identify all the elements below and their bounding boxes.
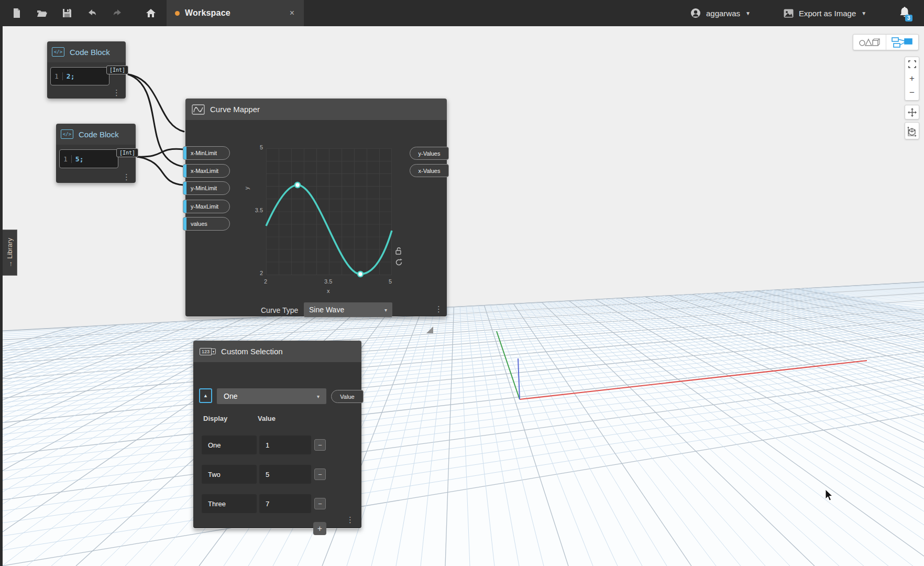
lock-icon[interactable]: [395, 247, 403, 257]
node-title: Custom Selection: [221, 347, 283, 356]
fit-view-icon: [908, 60, 916, 68]
undo-icon[interactable]: [87, 8, 97, 18]
column-header-value: Value: [258, 415, 276, 422]
collapse-rows-button[interactable]: ▲: [199, 388, 212, 403]
code-text: 5;: [72, 155, 84, 163]
remove-row-button[interactable]: −: [314, 439, 326, 451]
input-port-x-minlimit[interactable]: x-MinLimit: [183, 146, 230, 160]
code-block-1-header[interactable]: </> Code Block: [47, 41, 126, 62]
node-options-icon[interactable]: ⋮: [123, 173, 130, 180]
code-editor[interactable]: 1 5;: [59, 149, 118, 168]
wire-codeblock1-xminlimit[interactable]: [128, 74, 184, 132]
node-resize-handle[interactable]: [426, 326, 433, 333]
wire-codeblock2-ymaxlimit[interactable]: [137, 157, 184, 185]
node-title: Curve Mapper: [210, 105, 260, 114]
zoom-fit-button[interactable]: [905, 57, 919, 71]
zoom-controls: + −: [905, 57, 919, 101]
row-value-input[interactable]: [259, 465, 311, 484]
curve-graph[interactable]: [266, 148, 392, 275]
view-mode-toggle: [853, 34, 919, 50]
top-toolbar: Workspace × aggarwas ▼ Export as Image ▼…: [0, 0, 924, 26]
x-axis-label: x: [327, 288, 330, 294]
user-menu[interactable]: aggarwas ▼: [690, 0, 751, 26]
x-tick-2: 2: [264, 278, 267, 285]
geometry-view-button[interactable]: [853, 35, 886, 50]
pan-button[interactable]: [905, 105, 919, 119]
output-port-int[interactable]: [Int]: [106, 66, 128, 74]
plus-icon: +: [909, 73, 915, 84]
geometry-shapes-icon: [859, 37, 881, 48]
row-display-input[interactable]: [202, 494, 257, 513]
y-tick-5: 5: [252, 144, 263, 150]
remove-row-button[interactable]: −: [314, 469, 326, 480]
code-block-node-2[interactable]: </> Code Block 1 5; [Int] ⋮: [56, 124, 136, 183]
image-icon: [784, 9, 794, 18]
redo-icon[interactable]: [112, 8, 123, 18]
input-port-y-minlimit[interactable]: y-MinLimit: [183, 181, 230, 195]
orbit-cube-icon: [907, 125, 917, 137]
minus-icon: −: [318, 500, 322, 508]
unsaved-changes-dot: [175, 11, 180, 16]
tab-close-icon[interactable]: ×: [289, 8, 295, 18]
notification-badge: 3: [905, 15, 912, 21]
row-value-input[interactable]: [259, 436, 311, 454]
row-display-input[interactable]: [202, 436, 257, 454]
curve-mapper-node[interactable]: Curve Mapper x-MinLimit x-MaxLimit y-Min…: [185, 99, 447, 317]
row-value-input[interactable]: [259, 494, 311, 513]
row-display-input[interactable]: [202, 465, 257, 484]
input-port-values[interactable]: values: [183, 217, 230, 231]
home-icon[interactable]: [146, 8, 156, 18]
code-block-icon: </>: [61, 129, 73, 139]
plus-icon: +: [317, 524, 322, 534]
y-axis-label: y: [244, 187, 250, 190]
dropdown-caret-icon: ▾: [317, 394, 320, 399]
open-folder-icon[interactable]: [37, 8, 47, 18]
node-options-icon[interactable]: ⋮: [435, 306, 443, 312]
selection-dropdown[interactable]: One ▾: [217, 388, 326, 404]
minus-icon: −: [318, 441, 322, 449]
code-editor[interactable]: 1 2;: [50, 67, 109, 85]
graph-view-button[interactable]: [886, 35, 919, 50]
curve-type-dropdown[interactable]: Sine Wave ▾: [304, 302, 392, 317]
mouse-cursor: [825, 489, 834, 504]
node-title: Code Block: [70, 48, 110, 57]
node-options-icon[interactable]: ⋮: [346, 516, 354, 523]
add-row-button[interactable]: +: [313, 522, 326, 535]
curve-control-point-trough[interactable]: [358, 271, 363, 277]
curve-mapper-icon: [192, 104, 205, 115]
export-as-image-button[interactable]: Export as Image ▼: [784, 0, 866, 26]
orbit-button[interactable]: [905, 122, 919, 139]
library-label: Library: [6, 238, 14, 259]
input-port-x-maxlimit[interactable]: x-MaxLimit: [183, 164, 230, 178]
export-caret-icon: ▼: [861, 10, 866, 16]
minus-icon: −: [318, 471, 322, 478]
zoom-in-button[interactable]: +: [905, 71, 919, 85]
save-icon[interactable]: [62, 8, 72, 18]
curve-mapper-header[interactable]: Curve Mapper: [185, 99, 447, 120]
workspace-canvas[interactable]: → Library </> Code Block 1 2; [Int] ⋮ </…: [0, 26, 924, 566]
output-port-int[interactable]: [Int]: [116, 148, 138, 157]
zoom-out-button[interactable]: −: [905, 86, 919, 100]
remove-row-button[interactable]: −: [314, 498, 326, 509]
line-number: 1: [51, 72, 63, 80]
node-options-icon[interactable]: ⋮: [113, 89, 120, 96]
code-block-node-1[interactable]: </> Code Block 1 2; [Int] ⋮: [47, 41, 126, 99]
code-block-2-header[interactable]: </> Code Block: [56, 124, 136, 145]
reset-icon[interactable]: [395, 258, 403, 268]
x-tick-3.5: 3.5: [324, 278, 332, 285]
output-port-x-values[interactable]: x-Values: [410, 164, 449, 177]
input-port-y-maxlimit[interactable]: y-MaxLimit: [183, 200, 230, 213]
new-file-icon[interactable]: [12, 8, 22, 18]
library-expand-tab[interactable]: → Library: [3, 230, 17, 276]
wire-codeblock2-xmaxlimit[interactable]: [137, 149, 184, 157]
notifications-button[interactable]: 3: [899, 0, 910, 26]
custom-selection-header[interactable]: 123▾ Custom Selection: [193, 341, 361, 362]
custom-selection-node[interactable]: 123▾ Custom Selection ▲ One ▾ Value Disp…: [193, 341, 361, 529]
line-number: 1: [60, 155, 72, 163]
curve-control-point-peak[interactable]: [295, 182, 300, 188]
output-port-y-values[interactable]: y-Values: [410, 147, 449, 160]
workspace-tab[interactable]: Workspace ×: [167, 0, 304, 26]
custom-selection-icon: 123▾: [200, 348, 216, 355]
dropdown-caret-icon: ▾: [384, 307, 387, 313]
output-port-value[interactable]: Value: [331, 390, 364, 403]
